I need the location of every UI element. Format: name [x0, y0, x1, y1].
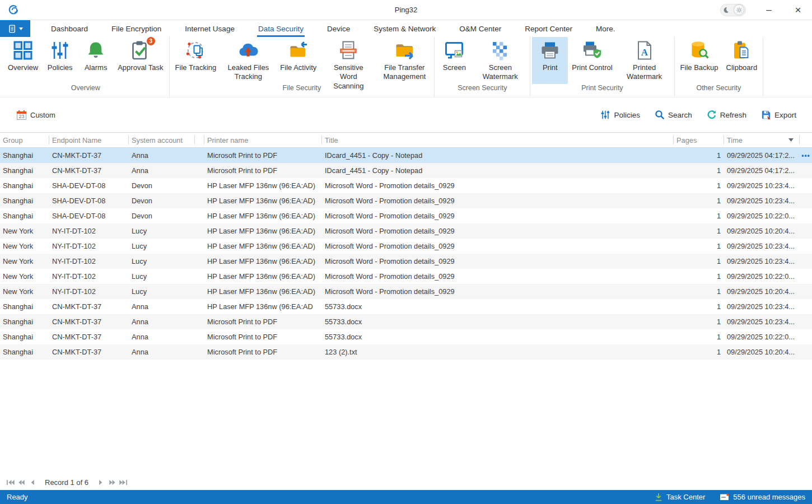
table-row[interactable]: New YorkNY-IT-DT-102LucyHP Laser MFP 136…	[0, 254, 812, 269]
tab-report-center[interactable]: Report Center	[513, 20, 584, 37]
ribbon-group-overview: OverviewPoliciesAlarms3Approval TaskOver…	[2, 37, 170, 97]
ribbon-item-label: File Backup	[680, 63, 718, 72]
task-center-button[interactable]: Task Center	[655, 493, 705, 501]
screen-watermark-icon	[490, 40, 510, 60]
ribbon-item-print[interactable]: Print	[532, 37, 568, 84]
ribbon-item-label: Policies	[48, 63, 73, 72]
column-header-system-account[interactable]: System account	[129, 133, 195, 147]
last-record-button[interactable]	[118, 478, 129, 487]
row-actions-button[interactable]: •••	[801, 152, 810, 160]
table-row[interactable]: ShanghaiCN-MKT-DT-37AnnaMicrosoft Print …	[0, 314, 812, 329]
tab-more[interactable]: More.	[584, 20, 627, 37]
alarm-bell-icon	[86, 40, 106, 60]
cell-pages: 1	[674, 348, 724, 356]
toolbar-search-button[interactable]: Search	[655, 110, 692, 120]
theme-toggle[interactable]	[720, 4, 746, 16]
cell-title: 55733.docx	[322, 318, 674, 326]
ribbon-item-label: Screen Watermark	[476, 63, 524, 82]
column-header-group[interactable]: Group	[0, 133, 49, 147]
table-row[interactable]: New YorkNY-IT-DT-102LucyHP Laser MFP 136…	[0, 284, 812, 299]
cell-endpoint: CN-MKT-DT-37	[49, 333, 129, 341]
next-record-button[interactable]	[95, 478, 106, 487]
table-row[interactable]: ShanghaiCN-MKT-DT-37AnnaMicrosoft Print …	[0, 148, 812, 163]
toolbar-refresh-button[interactable]: Refresh	[707, 110, 746, 120]
ribbon-item-file-activity[interactable]: File Activity	[276, 37, 320, 84]
ribbon-item-file-tracking[interactable]: File Tracking	[171, 37, 221, 84]
chevron-down-icon	[19, 27, 23, 30]
cell-actions: •••	[800, 151, 812, 160]
ribbon-item-clipboard[interactable]: Clipboard	[722, 37, 762, 84]
cell-time: 09/29/2025 10:23:4...	[724, 181, 800, 190]
ribbon-item-screen-watermark[interactable]: Screen Watermark	[472, 37, 528, 84]
cell-endpoint: SHA-DEV-DT-08	[49, 181, 129, 190]
toolbar-policies-button[interactable]: Policies	[600, 110, 640, 120]
table-row[interactable]: ShanghaiCN-MKT-DT-37AnnaMicrosoft Print …	[0, 163, 812, 178]
toolbar-export-button[interactable]: Export	[761, 110, 796, 120]
fast-backward-button[interactable]	[16, 478, 27, 487]
column-header-label: System account	[132, 136, 183, 144]
ribbon-item-file-backup[interactable]: File Backup	[676, 37, 722, 84]
ribbon-item-label: File Transfer Management	[380, 63, 428, 82]
ribbon-item-printed-watermark[interactable]: APrinted Watermark	[617, 37, 673, 84]
fast-forward-button[interactable]	[106, 478, 118, 487]
table-row[interactable]: New YorkNY-IT-DT-102LucyHP Laser MFP 136…	[0, 239, 812, 254]
ribbon-item-label: Print Control	[572, 63, 612, 72]
refresh-icon	[707, 110, 717, 120]
tab-dashboard[interactable]: Dashboard	[39, 20, 100, 37]
time-filter-dropdown-icon[interactable]	[788, 138, 797, 142]
cell-printer: Microsoft Print to PDF	[204, 318, 322, 326]
ribbon-item-approval-task[interactable]: 3Approval Task	[114, 37, 167, 84]
column-header-label: Pages	[676, 136, 697, 144]
unread-messages-button[interactable]: 556 unread messages	[720, 493, 805, 501]
column-header-endpoint-name[interactable]: Endpoint Name	[49, 133, 129, 147]
tab-data-security[interactable]: Data Security	[246, 20, 315, 37]
title-bar: Ping32 – ×	[0, 0, 812, 20]
export-icon	[761, 110, 771, 120]
ribbon-item-file-transfer-management[interactable]: File Transfer Management	[376, 37, 432, 84]
table-row[interactable]: ShanghaiCN-MKT-DT-37AnnaHP Laser MFP 136…	[0, 299, 812, 314]
column-header-time[interactable]: Time	[724, 133, 800, 147]
table-row[interactable]: New YorkNY-IT-DT-102LucyHP Laser MFP 136…	[0, 269, 812, 284]
ribbon-item-alarms[interactable]: Alarms	[78, 37, 114, 84]
cell-pages: 1	[674, 272, 724, 281]
cell-time: 09/29/2025 10:23:4...	[724, 257, 800, 265]
cell-pages: 1	[674, 318, 724, 326]
cell-endpoint: CN-MKT-DT-37	[49, 302, 129, 311]
column-header-printer-name[interactable]: Printer name	[204, 133, 322, 147]
ribbon-item-sensitive-word-scanning[interactable]: Sensitive Word Scanning	[320, 37, 376, 84]
tab-o-m-center[interactable]: O&M Center	[447, 20, 513, 37]
tab-device[interactable]: Device	[315, 20, 362, 37]
cell-account: Lucy	[129, 272, 195, 281]
cell-printer: HP Laser MFP 136nw (96:EA:AD)	[204, 181, 322, 190]
overview-grid-icon	[13, 40, 33, 60]
ribbon-item-print-control[interactable]: Print Control	[568, 37, 616, 84]
tab-internet-usage[interactable]: Internet Usage	[173, 20, 246, 37]
tab-file-encryption[interactable]: File Encryption	[100, 20, 173, 37]
toolbar-action-label: Policies	[614, 111, 640, 119]
ribbon-item-leaked-files-tracking[interactable]: Leaked Files Tracking	[220, 37, 276, 84]
tab-system-network[interactable]: System & Network	[362, 20, 447, 37]
minimize-button[interactable]: –	[763, 4, 775, 16]
first-record-button[interactable]	[4, 478, 16, 487]
cell-title: IDcard_4451 - Copy - Notepad	[322, 151, 674, 160]
column-header-pages[interactable]: Pages	[674, 133, 724, 147]
cell-time: 09/29/2025 10:23:4...	[724, 197, 800, 205]
close-button[interactable]: ×	[792, 4, 804, 16]
previous-record-button[interactable]	[27, 478, 38, 487]
table-row[interactable]: ShanghaiCN-MKT-DT-37AnnaMicrosoft Print …	[0, 329, 812, 344]
app-menu-button[interactable]	[0, 20, 30, 37]
ribbon-item-overview[interactable]: Overview	[4, 37, 42, 84]
custom-date-filter-button[interactable]: 23 Custom	[17, 110, 55, 120]
ribbon-item-policies[interactable]: Policies	[42, 37, 78, 84]
list-icon	[8, 24, 17, 34]
table-row[interactable]: New YorkNY-IT-DT-102LucyHP Laser MFP 136…	[0, 223, 812, 239]
table-row[interactable]: ShanghaiSHA-DEV-DT-08DevonHP Laser MFP 1…	[0, 208, 812, 223]
table-row[interactable]: ShanghaiSHA-DEV-DT-08DevonHP Laser MFP 1…	[0, 178, 812, 193]
cell-time: 09/29/2025 10:23:4...	[724, 302, 800, 311]
table-row[interactable]: ShanghaiCN-MKT-DT-37AnnaMicrosoft Print …	[0, 344, 812, 360]
cell-account: Anna	[129, 318, 195, 326]
column-header-title[interactable]: Title	[322, 133, 674, 147]
ribbon-item-label: Leaked Files Tracking	[224, 63, 272, 82]
ribbon-item-screen[interactable]: Screen	[436, 37, 472, 84]
table-row[interactable]: ShanghaiSHA-DEV-DT-08DevonHP Laser MFP 1…	[0, 193, 812, 208]
